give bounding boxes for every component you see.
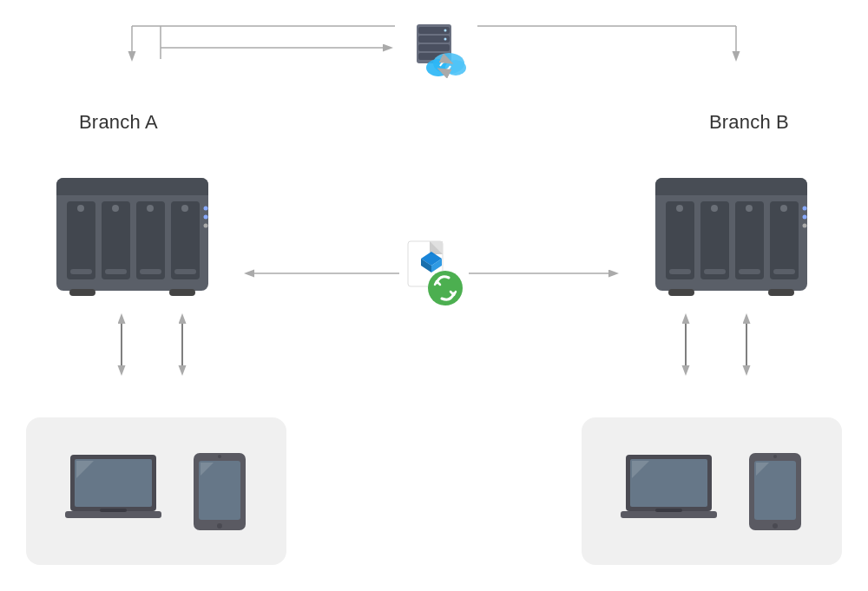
svg-point-39: [204, 224, 208, 228]
svg-rect-52: [773, 269, 795, 274]
svg-point-35: [147, 205, 154, 212]
svg-point-18: [444, 38, 447, 41]
svg-rect-40: [69, 289, 95, 296]
svg-point-53: [676, 205, 683, 212]
svg-rect-50: [704, 269, 726, 274]
svg-point-37: [204, 207, 208, 211]
tablet-b-icon: [745, 450, 806, 533]
branch-a-label: Branch A: [79, 111, 158, 134]
branch-b-label: Branch B: [709, 111, 789, 134]
cloud-server: [395, 16, 473, 81]
svg-rect-73: [100, 509, 127, 512]
svg-point-77: [217, 523, 222, 529]
svg-rect-30: [105, 269, 127, 274]
svg-rect-61: [768, 289, 794, 296]
svg-point-58: [803, 215, 807, 220]
svg-point-55: [746, 205, 753, 212]
svg-rect-46: [700, 201, 729, 279]
tablet-a-icon: [189, 450, 250, 533]
sync-center-icon: [395, 234, 473, 316]
svg-rect-41: [169, 289, 195, 296]
synology-sync-icon: [395, 234, 473, 312]
svg-point-56: [780, 205, 787, 212]
svg-point-88: [773, 455, 777, 458]
laptop-a-icon: [63, 450, 163, 533]
svg-rect-60: [668, 289, 694, 296]
svg-rect-44: [655, 189, 807, 195]
svg-rect-29: [70, 269, 92, 274]
svg-rect-47: [735, 201, 764, 279]
nas-a: [48, 165, 221, 307]
nas-b-icon: [647, 165, 820, 304]
nas-a-icon: [48, 165, 221, 304]
svg-rect-15: [418, 44, 450, 51]
svg-rect-51: [739, 269, 760, 274]
svg-point-33: [77, 205, 84, 212]
svg-point-17: [444, 30, 447, 32]
svg-rect-31: [140, 269, 161, 274]
cloud-server-icon: [395, 16, 473, 81]
svg-rect-72: [65, 511, 161, 518]
svg-point-57: [803, 207, 807, 211]
svg-rect-49: [669, 269, 691, 274]
svg-rect-32: [174, 269, 196, 274]
clients-panel-a: [26, 417, 286, 565]
svg-rect-24: [56, 189, 208, 195]
svg-rect-27: [136, 201, 165, 279]
laptop-b-icon: [619, 450, 719, 533]
svg-rect-28: [171, 201, 200, 279]
nas-b: [647, 165, 820, 307]
svg-point-34: [112, 205, 119, 212]
svg-rect-83: [655, 509, 682, 512]
svg-rect-45: [666, 201, 694, 279]
svg-point-54: [711, 205, 718, 212]
svg-point-78: [218, 455, 221, 458]
clients-panel-b: [582, 417, 842, 565]
svg-rect-26: [102, 201, 130, 279]
svg-point-87: [773, 523, 778, 529]
diagram-container: Branch A Branch B: [0, 0, 868, 591]
svg-rect-48: [770, 201, 799, 279]
svg-rect-25: [67, 201, 95, 279]
svg-point-36: [181, 205, 188, 212]
svg-rect-82: [621, 511, 717, 518]
svg-point-38: [204, 215, 208, 220]
svg-point-59: [803, 224, 807, 228]
